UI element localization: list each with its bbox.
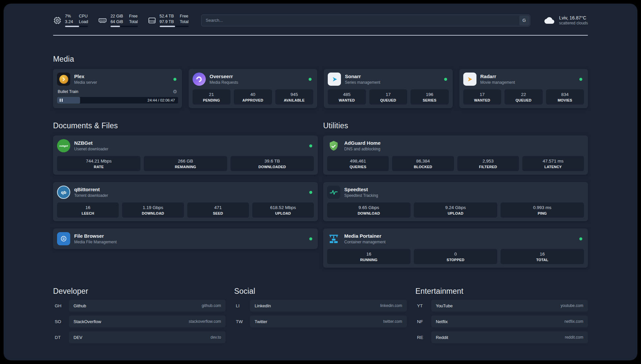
bookmark-github[interactable]: Github github.com xyxy=(69,300,226,312)
disk-free-label: Free xyxy=(180,14,188,19)
cpu-percent: 7% xyxy=(65,14,73,19)
service-name: qBittorrent xyxy=(74,187,108,192)
bookmark-abbr: YT xyxy=(415,303,431,308)
speedtest-icon xyxy=(327,186,340,199)
stat-upload: 618.52 Mbps UPLOAD xyxy=(252,202,314,218)
service-card-adguard[interactable]: AdGuard Home DNS and adblocking 498,461 … xyxy=(323,136,588,175)
service-name: NZBGet xyxy=(74,140,108,146)
stat-blocked: 86,384 BLOCKED xyxy=(392,156,454,171)
stat-rate: 744.21 Mbps RATE xyxy=(57,156,140,171)
sonarr-icon xyxy=(328,73,341,86)
bookmark-twitter[interactable]: Twitter twitter.com xyxy=(250,316,407,327)
bookmark-row: DT DEV dev.to xyxy=(53,331,226,343)
nzbget-icon: nzbget xyxy=(57,139,70,152)
status-dot xyxy=(309,191,312,194)
service-subtitle: Media File Management xyxy=(74,240,117,244)
service-name: File Browser xyxy=(74,233,117,239)
pause-icon[interactable] xyxy=(60,99,63,102)
weather-location: Lviv, 16.87°C xyxy=(559,15,588,21)
service-card-filebrowser[interactable]: File Browser Media File Management xyxy=(53,228,318,249)
stat-download: 9.65 Gbps DOWNLOAD xyxy=(327,202,411,218)
bookmark-stackoverflow[interactable]: StackOverflow stackoverflow.com xyxy=(69,316,226,327)
plex-icon xyxy=(57,73,70,86)
service-name: Media Portainer xyxy=(344,233,385,239)
service-subtitle: Media Requests xyxy=(210,80,238,85)
service-card-sonarr[interactable]: Sonarr Series management 485 WANTED 17 Q… xyxy=(324,69,453,108)
now-playing-title: Bullet Train xyxy=(58,89,78,94)
bookmark-row: NF Netflix netflix.com xyxy=(415,316,588,327)
cpu-chip-icon xyxy=(53,16,62,25)
search-provider-button[interactable]: G xyxy=(519,15,529,25)
service-card-plex[interactable]: Plex Media server Bullet Train ⚙ 24:44 /… xyxy=(53,69,182,108)
status-dot xyxy=(309,237,312,240)
service-card-overseerr[interactable]: Overseerr Media Requests 21 PENDING 40 A… xyxy=(189,69,318,108)
section-title-documents: Documents & Files xyxy=(53,121,318,130)
stat-approved: 40 APPROVED xyxy=(234,89,272,105)
stat-leech: 16 LEECH xyxy=(57,202,119,218)
gear-icon[interactable]: ⚙ xyxy=(173,89,177,95)
service-subtitle: Media server xyxy=(74,80,97,85)
cpu-usage-bar xyxy=(65,26,88,27)
bookmarks-entertainment: Entertainment YT YouTube youtube.com NF … xyxy=(415,287,588,343)
service-name: Plex xyxy=(74,74,97,79)
bookmark-dev[interactable]: DEV dev.to xyxy=(69,331,226,343)
service-subtitle: Series management xyxy=(345,80,380,85)
memory-total-value: 64 GiB xyxy=(110,19,123,25)
bookmark-abbr: GH xyxy=(53,303,69,308)
service-subtitle: Container management xyxy=(344,240,385,244)
status-dot xyxy=(579,78,582,81)
stat-ping: 0.993 ms PING xyxy=(501,202,584,218)
service-card-nzbget[interactable]: nzbget NZBGet Usenet downloader 744.21 M… xyxy=(53,136,318,175)
service-card-portainer[interactable]: Media Portainer Container management 16 … xyxy=(323,228,588,268)
disk-widget: 52.4 TB Free 97.9 TB Total xyxy=(148,14,189,27)
bookmark-row: TW Twitter twitter.com xyxy=(234,316,407,327)
section-title-utilities: Utilities xyxy=(323,121,588,130)
stat-remaining: 266 GB REMAINING xyxy=(144,156,227,171)
portainer-icon xyxy=(327,232,340,245)
stat-running: 16 RUNNING xyxy=(327,249,411,264)
status-dot xyxy=(173,78,176,81)
bookmark-linkedin[interactable]: LinkedIn linkedin.com xyxy=(250,300,407,312)
disk-free-value: 52.4 TB xyxy=(160,14,174,19)
utilities-column: Utilities xyxy=(323,121,588,268)
stat-queued: 17 QUEUED xyxy=(369,89,408,105)
service-name: Overseerr xyxy=(210,74,238,79)
bookmark-abbr: TW xyxy=(234,319,250,324)
bookmark-youtube[interactable]: YouTube youtube.com xyxy=(431,300,588,312)
memory-total-label: Total xyxy=(129,19,137,25)
service-subtitle: Movie management xyxy=(480,80,515,85)
stat-queries: 498,461 QUERIES xyxy=(327,156,389,171)
stat-wanted: 17 WANTED xyxy=(463,89,502,105)
service-subtitle: Speedtest Tracking xyxy=(344,193,378,198)
cpu-label: CPU xyxy=(79,14,88,19)
service-card-radarr[interactable]: Radarr Movie management 17 WANTED 22 QUE… xyxy=(459,69,588,108)
service-name: AdGuard Home xyxy=(344,140,381,146)
service-card-speedtest[interactable]: Speedtest Speedtest Tracking 9.65 Gbps D… xyxy=(323,182,588,221)
now-playing-progress[interactable]: 24:44 / 02:06:47 xyxy=(57,97,178,104)
weather-condition: scattered clouds xyxy=(559,21,588,26)
stat-filtered: 2,953 FILTERED xyxy=(457,156,519,171)
bookmarks-developer: Developer GH Github github.com SO StackO… xyxy=(53,287,226,343)
search-input[interactable] xyxy=(201,15,530,26)
stat-movies: 834 MOVIES xyxy=(546,89,584,105)
qbittorrent-icon: qb xyxy=(57,186,70,199)
service-subtitle: Torrent downloader xyxy=(74,193,108,198)
documents-column: Documents & Files nzbget NZBGet Usenet d… xyxy=(53,121,318,249)
memory-widget: 22 GiB Free 64 GiB Total xyxy=(98,14,138,27)
disk-total-value: 97.9 TB xyxy=(160,19,174,25)
stat-wanted: 485 WANTED xyxy=(328,89,366,105)
bookmark-row: LI LinkedIn linkedin.com xyxy=(234,300,407,312)
stat-stopped: 0 STOPPED xyxy=(414,249,497,264)
stat-series: 196 SERIES xyxy=(411,89,449,105)
service-name: Radarr xyxy=(480,74,515,79)
bookmark-netflix[interactable]: Netflix netflix.com xyxy=(431,316,588,327)
service-card-qbittorrent[interactable]: qb qBittorrent Torrent downloader 16 LEE… xyxy=(53,182,318,221)
stat-total: 16 TOTAL xyxy=(501,249,584,264)
bookmark-reddit[interactable]: Reddit reddit.com xyxy=(431,331,588,343)
status-dot xyxy=(309,144,312,147)
service-subtitle: Usenet downloader xyxy=(74,147,108,151)
memory-free-value: 22 GiB xyxy=(110,14,123,19)
status-dot xyxy=(579,237,582,240)
stat-latency: 47.571 ms LATENCY xyxy=(522,156,584,171)
stat-downloaded: 39.6 TB DOWNLOADED xyxy=(230,156,314,171)
